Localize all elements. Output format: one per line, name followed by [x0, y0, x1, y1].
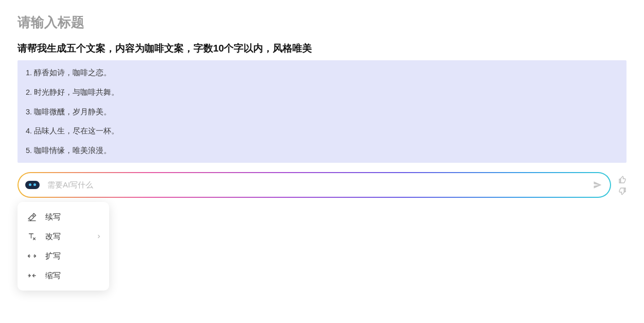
send-button[interactable] — [593, 180, 603, 190]
response-line: 5. 咖啡情缘，唯美浪漫。 — [26, 145, 618, 157]
response-line: 3. 咖啡微醺，岁月静美。 — [26, 107, 618, 118]
menu-item-label: 缩写 — [45, 271, 61, 281]
response-line: 4. 品味人生，尽在这一杯。 — [26, 126, 618, 137]
send-icon — [593, 180, 603, 190]
thumbs-up-icon — [618, 176, 626, 184]
title-input[interactable] — [18, 14, 626, 30]
thumbs-down-button[interactable] — [618, 187, 626, 195]
menu-item-shorten[interactable]: 缩写 — [18, 266, 109, 285]
response-line: 2. 时光静好，与咖啡共舞。 — [26, 87, 618, 98]
collapse-icon — [27, 270, 37, 281]
thumbs-down-icon — [618, 187, 626, 195]
expand-icon — [27, 251, 37, 261]
feedback-buttons — [618, 176, 626, 195]
response-line: 1. 醇香如诗，咖啡之恋。 — [26, 67, 618, 79]
menu-item-rewrite[interactable]: 改写 — [18, 227, 109, 246]
bot-avatar-icon — [23, 177, 42, 193]
menu-item-expand[interactable]: 扩写 — [18, 246, 109, 266]
chat-input[interactable] — [47, 180, 587, 189]
user-prompt: 请帮我生成五个文案，内容为咖啡文案，字数10个字以内，风格唯美 — [18, 42, 626, 55]
thumbs-up-button[interactable] — [618, 176, 626, 184]
action-menu: 续写 改写 扩写 缩写 — [18, 202, 109, 291]
menu-item-label: 扩写 — [45, 251, 61, 261]
menu-item-label: 改写 — [45, 232, 61, 242]
menu-item-label: 续写 — [45, 212, 61, 222]
text-clear-icon — [27, 231, 37, 242]
chat-input-container — [18, 172, 611, 198]
chevron-right-icon — [96, 232, 102, 241]
pen-icon — [27, 212, 37, 222]
menu-item-continue-write[interactable]: 续写 — [18, 207, 109, 227]
ai-response-box: 1. 醇香如诗，咖啡之恋。 2. 时光静好，与咖啡共舞。 3. 咖啡微醺，岁月静… — [18, 60, 626, 163]
